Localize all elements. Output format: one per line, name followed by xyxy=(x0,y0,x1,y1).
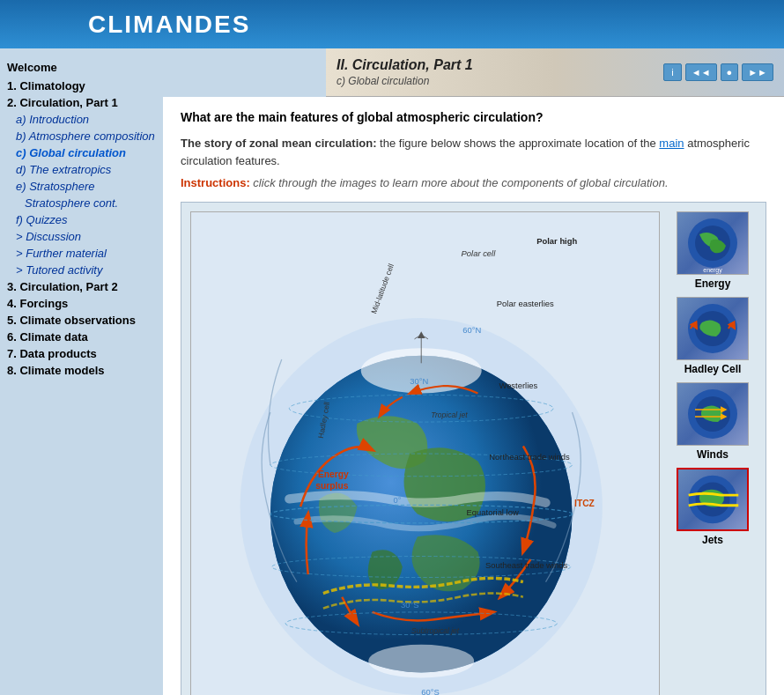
sidebar-item-climatology[interactable]: 1. Climatology xyxy=(0,78,163,94)
svg-point-5 xyxy=(368,645,474,678)
svg-text:Polar high: Polar high xyxy=(536,236,577,246)
sidebar-item-further[interactable]: > Further material xyxy=(0,245,163,262)
svg-text:0°: 0° xyxy=(394,495,402,505)
sidebar-item-quizzes[interactable]: f) Quizzes xyxy=(0,211,163,228)
svg-text:Polar cell: Polar cell xyxy=(462,248,497,258)
sidebar-item-atmosphere[interactable]: b) Atmosphere composition xyxy=(0,128,163,144)
sidebar-item-stratosphere-cont[interactable]: Stratosphere cont. xyxy=(0,195,163,211)
svg-text:Northeast trade winds: Northeast trade winds xyxy=(489,452,570,462)
sidebar-item-forcings[interactable]: 4. Forcings xyxy=(0,295,163,312)
sidebar-item-discussion[interactable]: > Discussion xyxy=(0,228,163,245)
sidebar-item-tutored[interactable]: > Tutored activity xyxy=(0,262,163,278)
next-button[interactable]: ►► xyxy=(742,63,773,81)
thumb-jets-img[interactable] xyxy=(677,468,749,531)
thumb-winds-img[interactable] xyxy=(677,382,749,446)
sidebar-item-introduction[interactable]: a) Introduction xyxy=(0,111,163,128)
svg-text:surplus: surplus xyxy=(315,481,348,491)
info-button[interactable]: i xyxy=(663,63,681,81)
svg-text:ITCZ: ITCZ xyxy=(574,499,595,508)
sidebar-welcome[interactable]: Welcome xyxy=(0,57,163,78)
sidebar-item-stratosphere[interactable]: e) Stratosphere xyxy=(0,178,163,195)
svg-text:Westerlies: Westerlies xyxy=(499,381,537,390)
instructions-label: Instructions: xyxy=(181,176,250,189)
svg-text:30°N: 30°N xyxy=(410,376,428,386)
sidebar-item-data-products[interactable]: 7. Data products xyxy=(0,345,163,362)
thumb-energy-img[interactable]: energy xyxy=(677,211,749,275)
sidebar-item-climate-obs[interactable]: 5. Climate observations xyxy=(0,312,163,329)
banner-title: II. Circulation, Part 1 xyxy=(337,57,473,73)
sidebar-item-climate-models[interactable]: 8. Climate models xyxy=(0,362,163,379)
globe-svg: Polar cell Polar high Polar easterlies 6… xyxy=(191,212,659,695)
sidebar-item-circulation-p1[interactable]: 2. Circulation, Part 1 xyxy=(0,94,163,111)
header: CLIMANDES xyxy=(0,0,784,48)
banner: II. Circulation, Part 1 c) Global circul… xyxy=(326,48,784,97)
svg-text:Tropical jet: Tropical jet xyxy=(431,410,468,419)
story-paragraph: The story of zonal mean circulation: the… xyxy=(181,135,766,169)
thumb-energy-label: Energy xyxy=(673,277,752,290)
svg-text:Subtropical jet: Subtropical jet xyxy=(411,626,460,635)
main-link[interactable]: main xyxy=(659,137,684,150)
thumb-winds[interactable]: Winds xyxy=(673,382,752,461)
story-body: the figure below shows the approximate l… xyxy=(380,137,659,150)
svg-text:30°S: 30°S xyxy=(401,600,419,610)
svg-text:Equatorial low: Equatorial low xyxy=(467,507,519,517)
globe-diagram[interactable]: Polar cell Polar high Polar easterlies 6… xyxy=(190,211,660,695)
content-area: Polar cell Polar high Polar easterlies 6… xyxy=(181,202,766,695)
instructions: Instructions: click through the images t… xyxy=(181,176,766,189)
story-label: The story of zonal mean circulation: xyxy=(181,137,376,150)
thumb-hadley-img[interactable] xyxy=(677,297,749,360)
sidebar-item-climate-data[interactable]: 6. Climate data xyxy=(0,329,163,345)
sidebar-item-global-circ[interactable]: c) Global circulation xyxy=(0,144,163,161)
page-question: What are the main features of global atm… xyxy=(181,110,766,124)
svg-text:Southeast trade winds: Southeast trade winds xyxy=(485,560,567,570)
instructions-text: click through the images to learn more a… xyxy=(253,176,668,189)
banner-text: II. Circulation, Part 1 c) Global circul… xyxy=(337,57,473,87)
thumb-jets-label: Jets xyxy=(673,534,752,546)
main-content: What are the main features of global atm… xyxy=(163,97,784,695)
svg-text:Energy: Energy xyxy=(318,469,349,479)
home-button[interactable]: ● xyxy=(721,63,739,81)
main-layout: Welcome 1. Climatology 2. Circulation, P… xyxy=(0,48,784,695)
thumb-hadley-label: Hadley Cell xyxy=(673,363,752,375)
svg-text:60°N: 60°N xyxy=(462,325,481,335)
thumb-energy[interactable]: energy Energy xyxy=(673,211,752,290)
sidebar: Welcome 1. Climatology 2. Circulation, P… xyxy=(0,48,163,695)
banner-controls: i ◄◄ ● ►► xyxy=(663,63,773,81)
prev-button[interactable]: ◄◄ xyxy=(685,63,717,81)
svg-text:energy: energy xyxy=(703,267,722,274)
banner-subtitle: c) Global circulation xyxy=(337,75,473,87)
sidebar-item-circulation-p2[interactable]: 3. Circulation, Part 2 xyxy=(0,278,163,295)
thumbnails-panel: energy Energy xyxy=(669,211,757,695)
svg-text:Polar easterlies: Polar easterlies xyxy=(497,299,554,308)
svg-text:60°S: 60°S xyxy=(421,687,440,695)
site-title: CLIMANDES xyxy=(88,11,250,39)
thumb-hadley[interactable]: Hadley Cell xyxy=(673,297,752,375)
sidebar-item-extratropics[interactable]: d) The extratropics xyxy=(0,161,163,178)
thumb-winds-label: Winds xyxy=(673,448,752,461)
thumb-jets[interactable]: Jets xyxy=(673,468,752,546)
right-panel: II. Circulation, Part 1 c) Global circul… xyxy=(163,48,784,695)
